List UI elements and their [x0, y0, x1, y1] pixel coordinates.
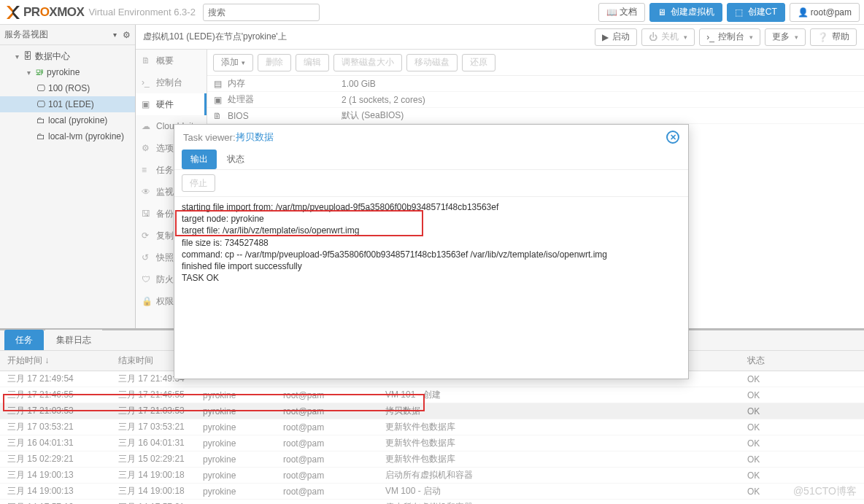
chevron-down-icon: ▾: [749, 34, 753, 41]
view-mode-label: 服务器视图: [4, 28, 48, 41]
eye-icon: 👁: [142, 187, 152, 197]
hw-key: 处理器: [228, 93, 342, 106]
list-icon: ≡: [142, 165, 152, 175]
log-row[interactable]: 三月 14 19:00:13三月 14 19:00:18pyrokineroot…: [0, 484, 864, 500]
start-button[interactable]: ▶启动: [595, 28, 637, 46]
move-button[interactable]: 移动磁盘: [406, 54, 458, 71]
log-tab-tasks[interactable]: 任务: [4, 330, 44, 350]
tree-storage-local[interactable]: 🗀local (pyrokine): [0, 112, 135, 128]
node-icon: 🖳: [35, 67, 44, 77]
sidebar: 服务器视图 ▾ ⚙ ▾🗄数据中心 ▾🖳pyrokine 🖵100 (ROS) 🖵…: [0, 25, 136, 328]
create-ct-label: 创建CT: [748, 6, 777, 18]
tree-label: local (pyrokine): [48, 115, 107, 125]
dialog-toolbar: 停止: [174, 170, 688, 197]
docs-label: 文档: [620, 6, 637, 18]
dialog-tab-status[interactable]: 状态: [218, 150, 253, 169]
tree-node-pyrokine[interactable]: ▾🖳pyrokine: [0, 64, 135, 80]
dialog-header[interactable]: Task viewer: 拷贝数据 ✕: [174, 125, 688, 150]
brand-o: O: [40, 5, 50, 20]
console-button[interactable]: ›_控制台▾: [699, 28, 760, 46]
log-tab-cluster[interactable]: 集群日志: [45, 330, 102, 350]
dialog-tabs: 输出 状态: [174, 150, 688, 170]
book-icon: 📖: [606, 7, 616, 17]
task-viewer-dialog: Task viewer: 拷贝数据 ✕ 输出 状态 停止 starting fi…: [174, 124, 689, 379]
chevron-down-icon: ▾: [795, 34, 798, 41]
shutdown-button[interactable]: ⏻关机▾: [641, 28, 695, 46]
view-selector[interactable]: 服务器视图 ▾ ⚙: [0, 25, 135, 45]
help-button[interactable]: ❔帮助: [810, 28, 857, 46]
hw-val: 2 (1 sockets, 2 cores): [342, 95, 425, 105]
log-row[interactable]: 三月 17 21:46:55三月 17 21:46:55pyrokineroot…: [0, 387, 864, 403]
hw-row-bios[interactable]: 🗎BIOS默认 (SeaBIOS): [207, 108, 864, 124]
col-start[interactable]: 开始时间 ↓: [0, 354, 118, 367]
tree-label: 100 (ROS): [48, 83, 90, 93]
tab-label: 概要: [156, 55, 174, 67]
terminal-icon: ›_: [706, 32, 714, 42]
monitor-icon: 🖥: [657, 7, 667, 17]
vm-icon: 🖵: [36, 83, 45, 93]
tab-label: 备份: [156, 208, 174, 220]
env-label: Virtual Environment 6.3-2: [88, 7, 195, 18]
chevron-down-icon: ▾: [113, 31, 117, 39]
log-row[interactable]: 三月 14 17:57:16三月 14 17:57:21pyrokineroot…: [0, 500, 864, 504]
log-row[interactable]: 三月 15 02:29:21三月 15 02:29:21pyrokineroot…: [0, 451, 864, 468]
log-row[interactable]: 三月 17 03:53:21三月 17 03:53:21pyrokineroot…: [0, 419, 864, 435]
add-button[interactable]: 添加▾: [213, 54, 253, 71]
add-label: 添加: [221, 56, 239, 69]
tab-label: 权限: [156, 295, 174, 308]
tree-label: 101 (LEDE): [48, 99, 94, 109]
revert-button[interactable]: 还原: [462, 54, 495, 71]
user-menu[interactable]: 👤root@pam: [790, 3, 860, 22]
top-bar: PROXMOX Virtual Environment 6.3-2 📖文档 🖥创…: [0, 0, 864, 25]
tab-label: 选项: [156, 142, 174, 155]
power-icon: ⏻: [649, 32, 657, 42]
tab-console[interactable]: ›_控制台: [136, 71, 207, 93]
create-vm-button[interactable]: 🖥创建虚拟机: [649, 3, 722, 22]
tab-summary[interactable]: 🗎概要: [136, 50, 207, 71]
expand-icon[interactable]: ▾: [13, 53, 20, 61]
close-button[interactable]: ✕: [666, 131, 679, 144]
hw-key: BIOS: [228, 111, 342, 121]
create-ct-button[interactable]: ⬚创建CT: [727, 3, 785, 22]
resize-button[interactable]: 调整磁盘大小: [333, 54, 402, 71]
dialog-tab-output[interactable]: 输出: [182, 150, 217, 169]
tree-vm-100[interactable]: 🖵100 (ROS): [0, 80, 135, 96]
log-row[interactable]: 三月 14 19:00:13三月 14 19:00:18pyrokineroot…: [0, 468, 864, 484]
resource-tree: ▾🗄数据中心 ▾🖳pyrokine 🖵100 (ROS) 🖵101 (LEDE)…: [0, 45, 135, 328]
output-text: starting file import from: /var/tmp/pveu…: [174, 197, 688, 379]
more-button[interactable]: 更多▾: [765, 28, 806, 46]
hw-row-cpu[interactable]: ▣处理器2 (1 sockets, 2 cores): [207, 92, 864, 108]
col-status[interactable]: 状态: [747, 354, 864, 367]
stop-button[interactable]: 停止: [182, 174, 215, 192]
docs-button[interactable]: 📖文档: [598, 3, 645, 22]
tab-hardware[interactable]: ▣硬件: [136, 93, 207, 115]
memory-icon: ▤: [207, 79, 228, 89]
play-icon: ▶: [602, 32, 609, 42]
hw-row-memory[interactable]: ▤内存1.00 GiB: [207, 76, 864, 92]
search-input[interactable]: [203, 4, 320, 21]
edit-button[interactable]: 编辑: [296, 54, 329, 71]
panel-toolbar: 添加▾ 删除 编辑 调整磁盘大小 移动磁盘 还原: [207, 50, 864, 76]
chevron-down-icon: ▾: [242, 59, 245, 66]
notes-icon: 🗎: [142, 55, 152, 66]
expand-icon[interactable]: ▾: [25, 69, 32, 77]
tree-label: pyrokine: [47, 67, 80, 77]
vm-icon: 🖵: [36, 99, 45, 109]
remove-button[interactable]: 删除: [258, 54, 291, 71]
logo-icon: [4, 4, 22, 21]
tree-label: 数据中心: [35, 50, 70, 63]
gear-icon[interactable]: ⚙: [123, 30, 131, 40]
lock-icon: 🔒: [142, 296, 152, 306]
tab-label: 快照: [156, 252, 174, 264]
tree-vm-101[interactable]: 🖵101 (LEDE): [0, 96, 135, 112]
log-row[interactable]: 三月 17 21:03:53三月 17 21:03:53pyrokineroot…: [0, 403, 864, 419]
log-row[interactable]: 三月 16 04:01:31三月 16 04:01:31pyrokineroot…: [0, 435, 864, 451]
tree-datacenter[interactable]: ▾🗄数据中心: [0, 48, 135, 64]
console-label: 控制台: [718, 31, 744, 43]
storage-icon: 🗀: [36, 115, 45, 125]
cpu-icon: ▣: [207, 95, 228, 105]
sync-icon: ⟳: [142, 230, 152, 241]
shutdown-label: 关机: [661, 31, 679, 43]
tree-storage-locallvm[interactable]: 🗀local-lvm (pyrokine): [0, 128, 135, 144]
dialog-title: 拷贝数据: [236, 131, 274, 144]
